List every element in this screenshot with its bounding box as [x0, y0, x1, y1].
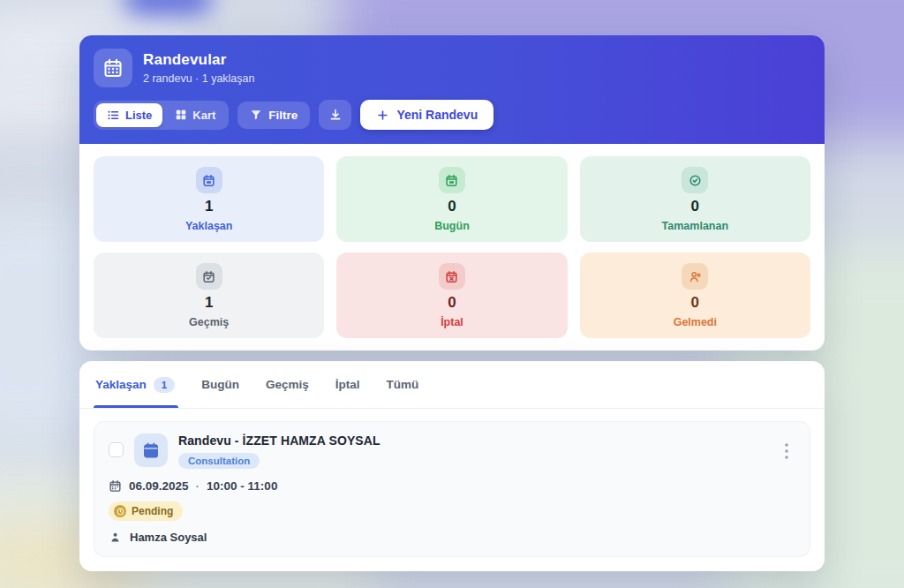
- calendar-x-icon: [439, 263, 465, 290]
- new-appointment-label: Yeni Randevu: [396, 108, 478, 122]
- filter-button[interactable]: Filtre: [237, 102, 310, 129]
- grid-icon: [175, 109, 187, 121]
- appointment-date: 06.09.2025: [129, 479, 189, 493]
- appointments-summary-panel: Randevular 2 randevu · 1 yaklaşan Liste: [79, 35, 825, 351]
- stats-grid: 1 Yaklaşan 0 Bugün 0 Tamamlanan: [79, 144, 825, 351]
- appointment-time: 10:00 - 11:00: [207, 479, 277, 493]
- stat-card-bugun[interactable]: 0 Bugün: [336, 156, 567, 242]
- calendar-icon: [109, 479, 122, 493]
- tab-tumu[interactable]: Tümü: [387, 361, 419, 408]
- appointments-module: Randevular 2 randevu · 1 yaklaşan Liste: [79, 35, 825, 571]
- stat-label: Tamamlanan: [662, 220, 729, 232]
- filter-icon: [250, 109, 262, 121]
- calendar-icon: [134, 433, 168, 467]
- card-view-label: Kart: [192, 109, 215, 122]
- export-button[interactable]: [319, 100, 351, 130]
- stat-card-gecmis[interactable]: 1 Geçmiş: [94, 253, 324, 338]
- calendar-check-icon: [196, 263, 222, 290]
- tab-yaklasan[interactable]: Yaklaşan 1: [95, 361, 175, 408]
- stat-card-yaklasan[interactable]: 1 Yaklaşan: [94, 156, 324, 242]
- appointment-person: Hamza Soysal: [109, 531, 795, 544]
- appointments-list-panel: Yaklaşan 1 Bugün Geçmiş İptal Tümü: [79, 361, 825, 571]
- tab-iptal[interactable]: İptal: [335, 361, 360, 408]
- appointment-type-badge: Consultation: [178, 453, 260, 469]
- appointment-datetime: 06.09.2025 · 10:00 - 11:00: [109, 479, 795, 493]
- list-tabs: Yaklaşan 1 Bugün Geçmiş İptal Tümü: [79, 361, 825, 409]
- stat-label: Bugün: [434, 220, 470, 232]
- person-icon: [109, 531, 122, 544]
- appointment-title: Randevu - İZZET HAMZA SOYSAL: [178, 433, 380, 448]
- tab-bugun[interactable]: Bugün: [201, 361, 239, 408]
- appointment-checkbox[interactable]: [109, 442, 124, 457]
- stat-card-iptal[interactable]: 0 İptal: [336, 253, 567, 338]
- tab-gecmis[interactable]: Geçmiş: [266, 361, 309, 408]
- download-icon: [328, 108, 343, 122]
- background-blur: [124, 0, 212, 14]
- separator-dot: ·: [196, 479, 200, 493]
- filter-label: Filtre: [268, 109, 298, 122]
- tab-label: Bugün: [201, 378, 239, 391]
- clock-icon: [114, 505, 126, 517]
- new-appointment-button[interactable]: Yeni Randevu: [360, 100, 493, 130]
- view-toggle: Liste Kart: [94, 101, 229, 130]
- tab-count-badge: 1: [154, 377, 175, 393]
- stat-card-gelmedi[interactable]: 0 Gelmedi: [580, 253, 810, 338]
- tab-label: İptal: [335, 378, 360, 391]
- person-name: Hamza Soysal: [130, 531, 207, 544]
- calendar-icon: [196, 167, 222, 193]
- list-icon: [107, 109, 120, 122]
- calendar-icon: [94, 49, 132, 87]
- stat-label: Yaklaşan: [185, 220, 233, 232]
- calendar-icon: [439, 167, 465, 193]
- user-x-icon: [682, 263, 708, 290]
- stat-value: 1: [205, 198, 213, 215]
- plus-icon: [376, 109, 389, 122]
- stat-card-tamamlanan[interactable]: 0 Tamamlanan: [580, 156, 810, 242]
- appointments-header: Randevular 2 randevu · 1 yaklaşan Liste: [79, 35, 825, 144]
- status-label: Pending: [132, 505, 173, 517]
- status-badge: Pending: [109, 501, 183, 521]
- appointment-menu-button[interactable]: [776, 440, 797, 463]
- stat-value: 0: [448, 294, 456, 312]
- stat-value: 1: [205, 294, 213, 312]
- stat-label: Gelmedi: [674, 316, 717, 328]
- tab-label: Tümü: [387, 378, 419, 391]
- appointment-card[interactable]: Randevu - İZZET HAMZA SOYSAL Consultatio…: [94, 421, 810, 557]
- stat-value: 0: [691, 198, 699, 215]
- list-view-button[interactable]: Liste: [96, 103, 162, 127]
- card-view-button[interactable]: Kart: [164, 103, 226, 127]
- page-subtitle: 2 randevu · 1 yaklaşan: [143, 72, 254, 85]
- stat-label: Geçmiş: [189, 316, 229, 328]
- tab-label: Geçmiş: [266, 378, 309, 391]
- list-view-label: Liste: [125, 109, 152, 122]
- tab-label: Yaklaşan: [95, 378, 147, 391]
- stat-value: 0: [448, 198, 456, 215]
- stat-label: İptal: [441, 316, 463, 328]
- stat-value: 0: [691, 294, 699, 312]
- check-circle-icon: [682, 167, 708, 193]
- appointment-heading: Randevu - İZZET HAMZA SOYSAL Consultatio…: [178, 433, 380, 469]
- appointments-list: Randevu - İZZET HAMZA SOYSAL Consultatio…: [79, 409, 825, 571]
- page-title: Randevular: [143, 51, 254, 69]
- header-text: Randevular 2 randevu · 1 yaklaşan: [143, 51, 254, 85]
